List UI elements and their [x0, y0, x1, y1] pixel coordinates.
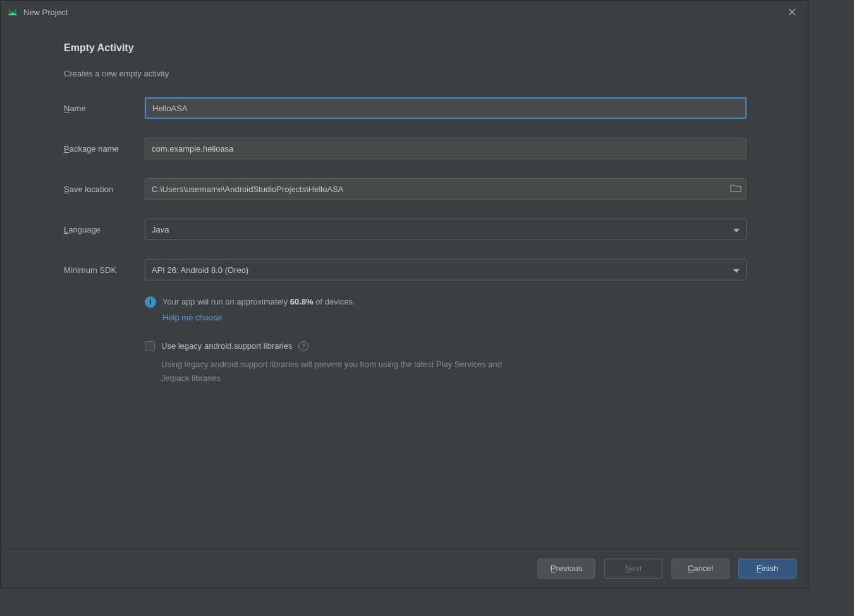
language-value: Java: [152, 225, 169, 234]
label-save-location: Save location: [64, 184, 145, 194]
sdk-info-block: i Your app will run on approximately 60.…: [145, 296, 747, 325]
label-min-sdk: Minimum SDK: [64, 265, 145, 275]
help-icon[interactable]: ?: [298, 341, 308, 351]
new-project-dialog: New Project Empty Activity Creates a new…: [0, 0, 808, 588]
legacy-label: Use legacy android.support libraries: [161, 341, 292, 351]
browse-folder-icon[interactable]: [730, 184, 741, 195]
row-min-sdk: Minimum SDK API 26: Android 8.0 (Oreo): [64, 259, 770, 281]
dialog-footer: Previous Next Cancel Finish: [1, 548, 808, 588]
android-logo-icon: [7, 8, 18, 16]
chevron-down-icon: [733, 265, 740, 275]
page-subheading: Creates a new empty activity: [64, 69, 770, 78]
min-sdk-value: API 26: Android 8.0 (Oreo): [152, 265, 248, 275]
previous-button[interactable]: Previous: [537, 559, 595, 579]
row-name: Name: [64, 97, 770, 119]
save-location-input[interactable]: [145, 178, 747, 200]
label-language: Language: [64, 225, 145, 234]
svg-point-2: [10, 13, 11, 15]
close-icon[interactable]: [783, 3, 802, 21]
svg-line-0: [9, 10, 11, 12]
svg-line-1: [15, 10, 16, 12]
row-save-location: Save location: [64, 178, 770, 200]
name-input[interactable]: [145, 97, 747, 119]
row-language: Language Java: [64, 219, 770, 240]
info-icon: i: [145, 296, 156, 308]
window-title: New Project: [23, 8, 783, 17]
legacy-check-row: Use legacy android.support libraries ?: [145, 341, 747, 351]
titlebar: New Project: [1, 1, 808, 23]
label-package: Package name: [64, 144, 145, 154]
legacy-checkbox[interactable]: [145, 341, 155, 351]
row-package: Package name: [64, 138, 770, 159]
page-heading: Empty Activity: [64, 42, 770, 54]
chevron-down-icon: [733, 225, 740, 234]
legacy-note: Using legacy android.support libraries w…: [161, 358, 515, 385]
cancel-button[interactable]: Cancel: [671, 559, 729, 579]
svg-point-3: [14, 13, 15, 15]
language-select[interactable]: Java: [145, 219, 747, 240]
help-me-choose-link[interactable]: Help me choose: [162, 311, 222, 325]
content-area: Empty Activity Creates a new empty activ…: [1, 23, 808, 548]
package-input[interactable]: [145, 138, 747, 159]
label-name: Name: [64, 104, 145, 113]
finish-button[interactable]: Finish: [738, 559, 796, 579]
min-sdk-select[interactable]: API 26: Android 8.0 (Oreo): [145, 259, 747, 281]
legacy-block: Use legacy android.support libraries ? U…: [145, 341, 747, 385]
sdk-info-text: Your app will run on approximately 60.8%…: [162, 296, 355, 325]
next-button[interactable]: Next: [604, 559, 662, 579]
